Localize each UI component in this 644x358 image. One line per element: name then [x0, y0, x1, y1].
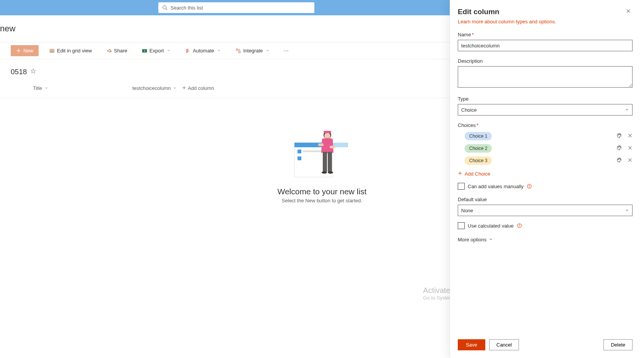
column-header-title-label: Title — [33, 85, 42, 91]
integrate-button[interactable]: Integrate — [232, 46, 273, 56]
empty-state-title: Welcome to your new list — [277, 187, 366, 196]
palette-icon[interactable] — [616, 145, 622, 152]
edit-grid-label: Edit in grid view — [57, 48, 92, 54]
can-add-manually-checkbox[interactable] — [458, 183, 465, 190]
svg-point-25 — [324, 133, 330, 139]
use-calculated-label: Use calculated value — [468, 223, 514, 229]
svg-point-35 — [618, 134, 619, 135]
export-button[interactable]: X Export — [138, 46, 175, 56]
svg-rect-12 — [239, 51, 240, 52]
search-input[interactable]: Search this list — [158, 2, 314, 13]
chevron-down-icon — [625, 208, 629, 213]
svg-marker-15 — [31, 69, 36, 73]
delete-button[interactable]: Delete — [603, 339, 633, 350]
new-button[interactable]: New — [11, 45, 39, 56]
svg-point-41 — [619, 146, 620, 147]
type-label: Type — [458, 96, 633, 102]
description-input[interactable] — [458, 66, 633, 88]
info-icon[interactable] — [527, 184, 532, 189]
svg-rect-27 — [318, 143, 324, 146]
share-button[interactable]: Share — [102, 46, 131, 56]
chevron-down-icon — [625, 107, 629, 113]
type-select[interactable]: Choice — [458, 104, 633, 116]
svg-text:X: X — [143, 49, 145, 52]
chevron-down-icon — [167, 48, 171, 54]
search-placeholder: Search this list — [171, 5, 203, 11]
choices-label: Choices* — [458, 122, 633, 128]
plus-icon — [458, 171, 462, 177]
default-value-select[interactable]: None — [458, 205, 633, 216]
svg-point-40 — [618, 146, 619, 147]
edit-grid-button[interactable]: Edit in grid view — [46, 46, 96, 56]
svg-rect-23 — [298, 156, 301, 160]
empty-illustration — [291, 128, 353, 182]
column-header-testchoicecolumn[interactable]: testchoicecolumn — [130, 84, 176, 93]
svg-point-57 — [519, 225, 519, 225]
new-button-label: New — [23, 48, 33, 54]
column-header-title[interactable]: Title — [31, 84, 126, 93]
svg-rect-28 — [330, 146, 335, 148]
panel-title: Edit column — [458, 8, 499, 16]
choice-pill[interactable]: Choice 2 — [465, 144, 492, 153]
use-calculated-checkbox[interactable] — [458, 222, 465, 229]
cancel-button[interactable]: Cancel — [489, 339, 519, 350]
empty-state-subtitle: Select the New button to get started. — [282, 198, 362, 203]
svg-rect-30 — [328, 152, 332, 172]
svg-rect-21 — [298, 150, 301, 153]
svg-point-31 — [322, 171, 327, 174]
grid-icon — [49, 48, 55, 54]
svg-point-47 — [620, 159, 621, 159]
learn-more-link[interactable]: Learn more about column types and option… — [458, 19, 556, 24]
svg-point-32 — [328, 171, 333, 174]
automate-label: Automate — [193, 48, 214, 54]
list-title: 0518 — [11, 68, 27, 76]
remove-choice-icon[interactable] — [628, 133, 633, 140]
description-label: Description — [458, 58, 633, 64]
column-header-choice-label: testchoicecolumn — [132, 85, 171, 91]
share-label: Share — [114, 48, 127, 54]
svg-line-1 — [166, 9, 168, 10]
more-options-label: More options — [458, 237, 486, 242]
remove-choice-icon[interactable] — [628, 145, 633, 152]
remove-choice-icon[interactable] — [628, 157, 633, 164]
close-panel-button[interactable] — [624, 7, 633, 16]
export-label: Export — [150, 48, 164, 54]
add-column-button[interactable]: Add column — [180, 84, 216, 93]
integrate-icon — [236, 48, 241, 54]
edit-column-panel: Edit column Learn more about column type… — [450, 0, 644, 358]
chevron-down-icon — [217, 48, 221, 54]
palette-icon[interactable] — [616, 157, 622, 164]
name-input[interactable] — [458, 40, 633, 51]
default-value-text: None — [461, 208, 473, 213]
default-value-label: Default value — [458, 197, 633, 202]
add-choice-button[interactable]: Add Choice — [458, 171, 633, 177]
integrate-label: Integrate — [243, 48, 263, 54]
add-column-label: Add column — [188, 85, 214, 91]
flow-icon — [185, 48, 190, 54]
more-options-toggle[interactable]: More options — [458, 237, 633, 242]
chevron-down-icon — [173, 85, 177, 91]
choice-pill[interactable]: Choice 1 — [465, 132, 492, 140]
name-label: Name* — [458, 32, 633, 37]
chevron-down-icon — [266, 48, 270, 54]
choice-pill[interactable]: Choice 3 — [465, 156, 492, 165]
svg-rect-22 — [303, 150, 322, 152]
svg-rect-29 — [323, 152, 327, 172]
svg-point-42 — [620, 146, 621, 147]
svg-rect-26 — [324, 131, 331, 133]
info-icon[interactable] — [517, 223, 522, 228]
svg-point-45 — [618, 159, 619, 159]
choice-row: Choice 1 — [458, 132, 633, 140]
more-commands-button[interactable]: ··· — [280, 46, 291, 56]
save-button[interactable]: Save — [458, 339, 485, 350]
favorite-icon[interactable] — [31, 68, 36, 75]
svg-point-54 — [529, 185, 529, 186]
share-icon — [106, 48, 112, 54]
svg-point-46 — [619, 158, 620, 159]
can-add-manually-label: Can add values manually — [468, 184, 524, 189]
automate-button[interactable]: Automate — [181, 46, 225, 56]
palette-icon[interactable] — [616, 133, 622, 140]
chevron-down-icon — [44, 85, 48, 91]
plus-icon — [182, 85, 186, 91]
svg-rect-20 — [333, 143, 348, 147]
